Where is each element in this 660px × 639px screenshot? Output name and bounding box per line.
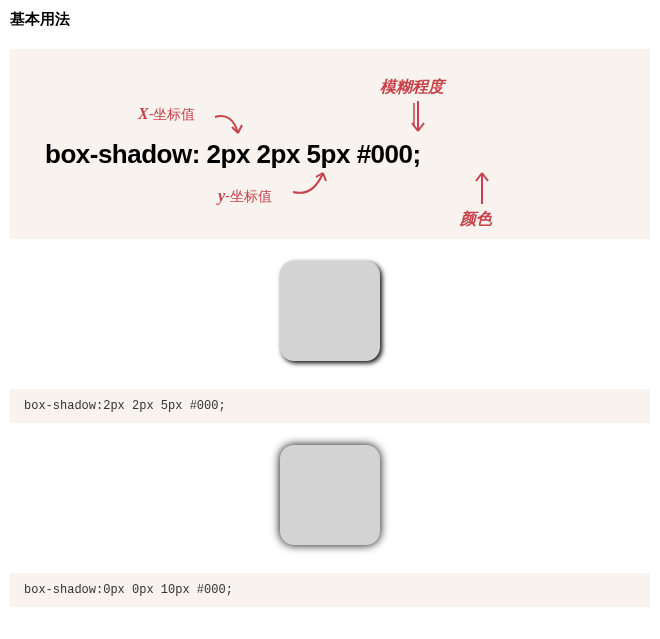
- annotation-x: X-坐标值: [138, 105, 195, 124]
- demo-container-2: [10, 423, 650, 573]
- annotation-y: y-坐标值: [218, 187, 272, 206]
- arrow-x-icon: [210, 107, 250, 142]
- annotation-x-letter: X: [138, 105, 149, 122]
- demo-container-1: [10, 239, 650, 389]
- main-css-code: box-shadow: 2px 2px 5px #000;: [45, 139, 421, 170]
- annotation-y-suffix: -坐标值: [225, 188, 272, 204]
- demo-box-1: [280, 261, 380, 361]
- annotation-blur: 模糊程度: [380, 77, 444, 98]
- annotation-color: 颜色: [460, 209, 492, 230]
- code-strip-2: box-shadow:0px 0px 10px #000;: [10, 573, 650, 607]
- arrow-color-icon: [472, 169, 492, 209]
- arrow-y-icon: [288, 167, 338, 202]
- annotation-x-suffix: -坐标值: [149, 106, 196, 122]
- diagram-panel: box-shadow: 2px 2px 5px #000; X-坐标值 模糊程度…: [10, 49, 650, 239]
- demo-box-2: [280, 445, 380, 545]
- section-title: 基本用法: [10, 10, 650, 29]
- arrow-blur-icon: [408, 99, 428, 139]
- code-strip-1: box-shadow:2px 2px 5px #000;: [10, 389, 650, 423]
